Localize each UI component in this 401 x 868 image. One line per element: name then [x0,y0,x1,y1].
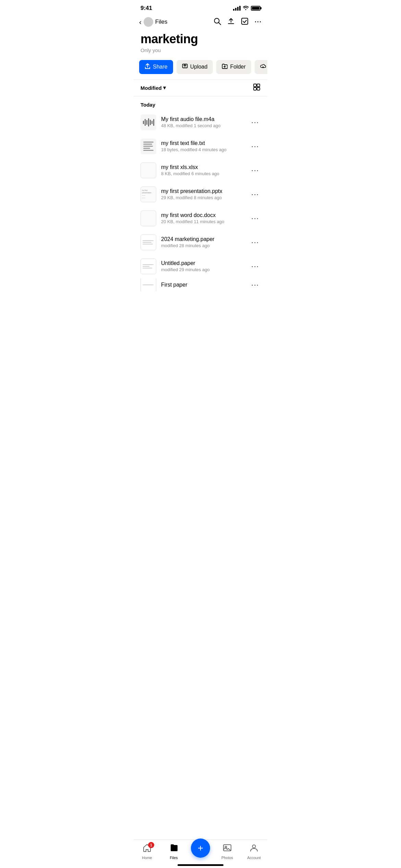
file-more-button[interactable]: ··· [250,237,260,248]
file-thumbnail [141,258,156,274]
paper-icon [141,282,156,287]
list-item[interactable]: my first word doc.docx 20 KB, modified 1… [134,206,267,230]
file-more-button[interactable]: ··· [250,117,260,128]
file-info: my first xls.xlsx 8 KB, modified 6 minut… [161,164,245,176]
file-info: my first text file.txt 18 bytes, modifie… [161,140,245,152]
file-thumbnail [141,138,156,154]
sort-chevron-icon: ▾ [163,85,166,91]
list-item[interactable]: my first presentation———— my first prese… [134,182,267,206]
sort-label-text: Modified [141,85,162,91]
file-name: First paper [161,282,245,288]
nav-actions: ··· [214,17,262,27]
share-label: Share [153,64,168,70]
file-more-button[interactable]: ··· [250,141,260,152]
signal-icon [233,6,241,11]
search-button[interactable] [214,17,221,27]
file-meta: 48 KB, modified 1 second ago [161,123,245,128]
upload-button[interactable] [227,17,235,27]
back-button[interactable]: ‹ Files [139,17,168,27]
file-meta: 29 KB, modified 8 minutes ago [161,195,245,200]
sort-bar: Modified ▾ [134,80,267,96]
paper-icon [141,262,156,270]
file-meta: modified 28 minutes ago [161,243,245,248]
list-item[interactable]: my first xls.xlsx 8 KB, modified 6 minut… [134,158,267,182]
back-label: Files [155,19,168,25]
list-item[interactable]: my first text file.txt 18 bytes, modifie… [134,134,267,158]
file-thumbnail [141,234,156,250]
page-header: marketing Only you [134,31,267,57]
file-thumbnail [141,210,156,226]
upload-icon [182,63,188,71]
file-thumbnail [141,114,156,130]
upload-button[interactable]: Upload [177,60,213,74]
file-thumbnail [141,278,156,291]
file-more-button[interactable]: ··· [250,279,260,290]
file-more-button[interactable]: ··· [250,213,260,224]
action-buttons-row: Share Upload Folder Offlin [134,57,267,80]
file-more-button[interactable]: ··· [250,189,260,200]
offline-icon [260,63,266,71]
svg-rect-10 [257,87,260,90]
list-item[interactable]: 2024 marketing.paper modified 28 minutes… [134,230,267,254]
page-title: marketing [141,32,260,46]
page-subtitle: Only you [141,47,260,53]
file-info: my first word doc.docx 20 KB, modified 1… [161,212,245,224]
file-name: my first presentation.pptx [161,188,245,194]
file-name: Untitled.paper [161,260,245,266]
battery-icon [251,6,260,11]
file-meta: 18 bytes, modified 4 minutes ago [161,147,245,152]
status-bar: 9:41 [134,0,267,14]
sort-button[interactable]: Modified ▾ [141,85,166,91]
back-chevron-icon: ‹ [139,18,142,26]
back-avatar [144,17,153,27]
file-meta: 8 KB, modified 6 minutes ago [161,171,245,176]
status-icons [233,5,260,11]
file-thumbnail: my first presentation———— [141,186,156,202]
folder-button[interactable]: Folder [216,60,251,74]
file-name: my first xls.xlsx [161,164,245,170]
file-name: my first word doc.docx [161,212,245,218]
presentation-icon: my first presentation———— [141,188,156,201]
select-button[interactable] [241,17,248,27]
file-info: my first presentation.pptx 29 KB, modifi… [161,188,245,200]
text-file-icon [142,140,155,152]
wifi-icon [243,5,249,11]
svg-rect-3 [242,18,248,24]
file-name: 2024 marketing.paper [161,236,245,242]
folder-icon [222,63,228,71]
folder-label: Folder [230,64,245,70]
file-more-button[interactable]: ··· [250,261,260,272]
svg-line-1 [218,22,221,25]
file-list: Today My first audio file.m4a 48 KB, mod… [134,96,267,291]
audio-wave-icon [143,118,154,127]
paper-icon [141,238,156,246]
list-item[interactable]: My first audio file.m4a 48 KB, modified … [134,110,267,134]
file-info: My first audio file.m4a 48 KB, modified … [161,116,245,128]
svg-rect-2 [228,23,234,24]
file-name: my first text file.txt [161,140,245,146]
more-button[interactable]: ··· [255,19,262,26]
grid-view-button[interactable] [253,83,260,93]
svg-rect-7 [254,84,256,87]
file-info: First paper [161,282,245,288]
share-icon [145,63,150,71]
file-meta: 20 KB, modified 11 minutes ago [161,219,245,224]
svg-rect-8 [257,84,260,87]
status-time: 9:41 [141,5,152,12]
file-info: Untitled.paper modified 29 minutes ago [161,260,245,272]
section-header-today: Today [134,96,267,110]
file-thumbnail [141,162,156,178]
upload-label: Upload [190,64,208,70]
list-item[interactable]: Untitled.paper modified 29 minutes ago ·… [134,254,267,278]
file-info: 2024 marketing.paper modified 28 minutes… [161,236,245,248]
svg-rect-9 [254,87,256,90]
file-name: My first audio file.m4a [161,116,245,122]
share-button[interactable]: Share [139,60,173,74]
list-item[interactable]: First paper ··· [134,278,267,291]
offline-button[interactable]: Offlin... [255,60,267,74]
file-meta: modified 29 minutes ago [161,267,245,272]
file-more-button[interactable]: ··· [250,165,260,176]
nav-bar: ‹ Files ··· [134,14,267,31]
